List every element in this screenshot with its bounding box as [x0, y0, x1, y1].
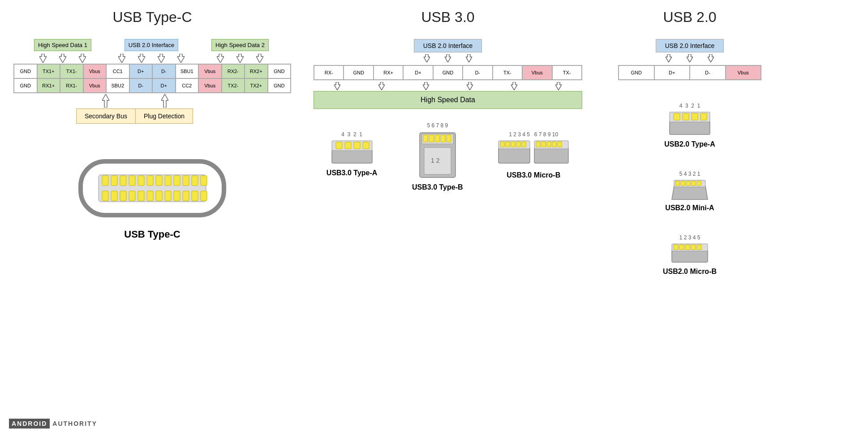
arrow-down-icon — [687, 54, 693, 62]
pin-gnd4: GND — [268, 78, 291, 93]
arrow-down-icon — [466, 54, 472, 62]
svg-rect-58 — [441, 135, 445, 142]
svg-rect-95 — [679, 245, 684, 250]
svg-rect-91 — [697, 181, 701, 186]
svg-rect-15 — [111, 176, 117, 186]
svg-rect-52 — [363, 142, 369, 149]
svg-rect-57 — [435, 135, 439, 142]
pin-dplus-usb3: D+ — [403, 65, 433, 80]
arrow-down-icon — [177, 54, 185, 63]
pin-vbus-usb2: Vbus — [726, 65, 761, 80]
svg-marker-10 — [102, 94, 109, 108]
svg-marker-46 — [555, 82, 562, 90]
usb20-typea-numbers: 4 3 2 1 — [679, 103, 700, 109]
pin-tx1minus: TX1- — [60, 64, 83, 78]
svg-marker-76 — [666, 54, 672, 62]
pin-sbu1: SBU1 — [176, 64, 199, 78]
pin-rx-plus: RX+ — [374, 65, 403, 80]
pin-dplus-usb2: D+ — [654, 65, 690, 80]
usb20-microb-numbers: 1 2 3 4 5 — [679, 234, 700, 241]
typec-pin-grid: GND TX1+ TX1- Vbus CC1 D+ D- SBU1 Vbus R… — [13, 64, 291, 93]
svg-marker-2 — [79, 54, 86, 63]
pin-vbus3: Vbus — [83, 78, 107, 93]
usb-typec-connector-graphic — [76, 152, 228, 224]
pin-tx1plus: TX1+ — [37, 64, 60, 78]
svg-rect-74 — [552, 142, 556, 147]
pin-tx2plus: TX2+ — [245, 78, 268, 93]
pin-rx-minus: RX- — [314, 65, 344, 80]
pin-rx1plus: RX1+ — [37, 78, 60, 93]
svg-rect-98 — [697, 245, 701, 250]
svg-rect-69 — [534, 147, 568, 163]
usb20-microb-label: USB2.0 Micro-B — [663, 268, 717, 276]
usb30-microb-graphic — [498, 139, 569, 168]
svg-rect-18 — [138, 176, 144, 186]
svg-rect-17 — [129, 176, 135, 186]
svg-rect-89 — [686, 181, 690, 186]
svg-rect-51 — [354, 142, 360, 149]
svg-marker-4 — [138, 54, 145, 63]
svg-rect-62 — [498, 147, 530, 163]
svg-rect-83 — [692, 113, 698, 120]
watermark: ANDROID AUTHORITY — [9, 419, 97, 429]
group-label-usb2-typec: USB 2.0 Interface — [125, 39, 179, 51]
svg-marker-1 — [59, 54, 66, 63]
pin-tx2minus: TX2- — [222, 78, 245, 93]
svg-marker-38 — [424, 54, 430, 62]
svg-marker-77 — [687, 54, 693, 62]
svg-rect-22 — [174, 176, 180, 186]
usb20-typea-graphic — [667, 110, 712, 137]
svg-rect-31 — [147, 191, 153, 201]
usb-typec-section: USB Type-C High Speed Data 1 — [13, 9, 291, 276]
svg-rect-30 — [138, 191, 144, 201]
usb20-title: USB 2.0 — [618, 9, 761, 26]
svg-rect-36 — [192, 191, 198, 201]
svg-rect-66 — [511, 142, 515, 147]
usb20-section: USB 2.0 USB 2.0 Interface GND D+ D- Vbus — [618, 9, 761, 276]
arrow-down-icon — [445, 54, 451, 62]
usb20-minia-label: USB2.0 Mini-A — [665, 204, 714, 212]
svg-rect-55 — [423, 135, 428, 142]
svg-rect-49 — [336, 142, 342, 149]
svg-marker-45 — [511, 82, 517, 90]
arrow-down-icon — [138, 54, 145, 63]
typec-connector-section: USB Type-C — [13, 152, 291, 240]
arrow-down-icon — [256, 54, 263, 63]
arrow-down-icon — [666, 54, 672, 62]
svg-rect-59 — [447, 135, 451, 142]
pin-gnd3: GND — [14, 78, 37, 93]
svg-rect-32 — [156, 191, 162, 201]
usb30-typeb-label: USB3.0 Type-B — [412, 183, 463, 191]
svg-marker-8 — [236, 54, 244, 63]
arrow-down-icon — [467, 82, 473, 90]
pin-gnd2: GND — [268, 64, 291, 78]
pin-cc1: CC1 — [106, 64, 129, 78]
pin-dplus1: D+ — [129, 64, 153, 78]
usb30-microb-label: USB3.0 Micro-B — [507, 171, 560, 179]
usb20-microb-connector: 1 2 3 4 5 USB2.0 Micro-B — [663, 234, 717, 276]
pin-gnd-usb2: GND — [619, 65, 654, 80]
svg-rect-67 — [516, 142, 520, 147]
svg-rect-27 — [111, 191, 117, 201]
group-label-hsd2: High Speed Data 2 — [211, 39, 269, 51]
svg-rect-90 — [692, 181, 696, 186]
arrow-down-icon — [217, 54, 224, 63]
pin-rx1minus: RX1- — [60, 78, 83, 93]
usb20-typea-label: USB2.0 Type-A — [664, 140, 715, 148]
usb20-pin-row: GND D+ D- Vbus — [618, 65, 761, 80]
typec-connector-label: USB Type-C — [124, 229, 180, 240]
svg-marker-39 — [445, 54, 451, 62]
svg-rect-94 — [674, 245, 678, 250]
usb20-typea-connector: 4 3 2 1 USB2.0 Type-A — [664, 103, 715, 148]
pin-gnd-usb3-2: GND — [433, 65, 463, 80]
usb20-minia-connector: 5 4 3 2 1 USB2.0 Mini-A — [665, 171, 714, 212]
svg-rect-81 — [674, 113, 680, 120]
usb30-typeb-graphic: 1 2 — [417, 130, 458, 180]
microb-numbers: 1 2 3 4 5 6 7 8 9 10 — [509, 131, 558, 138]
arrow-down-icon — [334, 82, 340, 90]
typea-numbers: 4 3 2 1 — [341, 131, 362, 138]
arrow-down-icon — [424, 54, 430, 62]
arrow-down-icon — [708, 54, 714, 62]
svg-rect-56 — [429, 135, 434, 142]
svg-rect-19 — [147, 176, 153, 186]
